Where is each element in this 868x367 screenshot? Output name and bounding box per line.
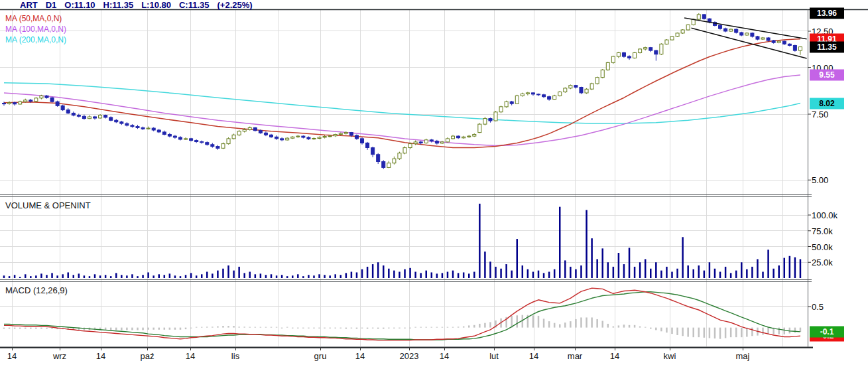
- candle-down: [13, 103, 17, 104]
- candle-down: [275, 137, 279, 139]
- candle-up: [88, 117, 91, 119]
- candle-down: [510, 102, 513, 104]
- candle-down: [270, 135, 273, 137]
- candle-down: [302, 136, 305, 137]
- open-value: O:11.10: [64, 0, 95, 10]
- x-axis-label: 14: [186, 351, 195, 361]
- x-axis-label: mar: [568, 351, 582, 361]
- candle-up: [515, 96, 519, 104]
- candle-up: [393, 159, 396, 163]
- candle-up: [40, 96, 43, 98]
- candle-down: [430, 140, 433, 141]
- candle-up: [601, 70, 604, 77]
- candle-down: [162, 132, 166, 135]
- x-axis-label: 14: [7, 351, 17, 361]
- candle-up: [398, 153, 401, 159]
- x-axis-label: paź: [141, 351, 155, 361]
- candle-down: [767, 38, 770, 40]
- candle-down: [125, 123, 129, 125]
- candle-up: [761, 38, 765, 39]
- chart-canvas[interactable]: [0, 0, 868, 367]
- candle-up: [403, 148, 406, 153]
- candle-down: [253, 127, 257, 130]
- candle-up: [462, 137, 465, 138]
- x-axis-label: kwi: [664, 351, 676, 361]
- ma200-legend-label: MA (200,MA,0,N): [5, 35, 66, 45]
- candle-down: [200, 142, 204, 143]
- candle-down: [136, 127, 139, 128]
- candle-down: [548, 97, 551, 100]
- candle-up: [147, 128, 150, 129]
- x-axis-label: 14: [355, 351, 365, 361]
- candle-up: [798, 47, 802, 51]
- candle-up: [34, 98, 38, 102]
- candle-down: [307, 137, 310, 139]
- candle-down: [206, 143, 209, 145]
- close-value: C:11.35: [179, 0, 210, 10]
- ma200-line: [4, 83, 800, 123]
- x-axis-label: 14: [529, 351, 538, 361]
- candle-down: [580, 88, 583, 93]
- candle-up: [318, 137, 321, 139]
- ma50-line: [4, 39, 800, 148]
- candle-down: [457, 136, 460, 138]
- candle-down: [120, 122, 123, 123]
- x-axis-label: lis: [231, 351, 239, 361]
- candle-up: [184, 139, 188, 139]
- high-value: H:11.35: [103, 0, 134, 10]
- candle-down: [355, 135, 358, 139]
- chart-header: ART D1 O:11.10 H:11.35 L:10.80 C:11.35 (…: [20, 0, 253, 9]
- candle-down: [190, 139, 193, 141]
- candle-down: [531, 93, 534, 94]
- candle-up: [243, 129, 246, 131]
- candle-down: [361, 139, 364, 143]
- candle-down: [377, 155, 380, 162]
- candle-down: [66, 110, 70, 113]
- candle-down: [56, 102, 59, 106]
- candle-down: [740, 33, 743, 35]
- candle-down: [216, 147, 219, 149]
- candle-up: [483, 119, 487, 125]
- candle-down: [622, 52, 625, 56]
- candle-down: [371, 148, 375, 155]
- x-axis-label: wrz: [53, 351, 66, 361]
- bottom-border: [0, 347, 813, 348]
- candle-up: [221, 144, 225, 149]
- price-badge: 13.96: [810, 7, 844, 19]
- change-percent: (+2.25%): [217, 0, 253, 10]
- candle-up: [19, 102, 22, 104]
- candle-down: [788, 44, 791, 45]
- candle-up: [697, 15, 700, 19]
- y-axis-label: 50.0k: [812, 242, 833, 252]
- candle-down: [109, 117, 113, 120]
- candle-up: [660, 44, 663, 54]
- candle-down: [793, 46, 796, 51]
- candle-down: [141, 127, 145, 129]
- candle-up: [558, 92, 562, 96]
- candle-up: [467, 136, 471, 137]
- macd-panel-title: MACD (12,26,9): [5, 285, 68, 295]
- x-axis-label: 14: [440, 351, 449, 361]
- trading-chart-window: ART D1 O:11.10 H:11.35 L:10.80 C:11.35 (…: [0, 0, 868, 367]
- candle-up: [414, 142, 417, 144]
- candle-up: [387, 163, 391, 168]
- candle-down: [173, 136, 176, 137]
- candle-down: [178, 137, 182, 139]
- price-badge: 9.55: [810, 69, 844, 80]
- x-axis-label: 14: [610, 351, 619, 361]
- candle-up: [99, 115, 102, 118]
- candle-down: [489, 119, 492, 121]
- candle-up: [692, 19, 695, 25]
- candle-up: [526, 93, 529, 94]
- price-badge: 11.35: [810, 41, 844, 52]
- candle-down: [649, 48, 652, 50]
- candle-up: [564, 88, 567, 92]
- candle-up: [24, 100, 27, 102]
- candle-up: [686, 25, 690, 30]
- candle-down: [3, 104, 6, 104]
- candle-down: [259, 131, 262, 133]
- candle-up: [681, 30, 684, 33]
- candle-down: [654, 50, 658, 54]
- candle-up: [8, 103, 11, 104]
- candle-up: [296, 136, 300, 137]
